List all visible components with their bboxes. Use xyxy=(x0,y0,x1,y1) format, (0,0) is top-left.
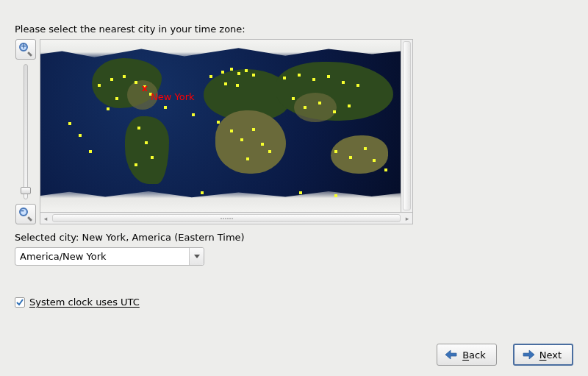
zoom-out-icon: – xyxy=(19,207,32,221)
zoom-slider[interactable] xyxy=(24,64,28,199)
zoom-in-icon: + xyxy=(19,43,32,56)
selected-city-marker: x xyxy=(142,84,148,93)
zoom-out-button[interactable]: – xyxy=(15,204,36,224)
map-frame: x New York ◂ ▸ xyxy=(40,39,413,224)
scrollbar-thumb[interactable] xyxy=(403,41,411,210)
chevron-down-icon[interactable] xyxy=(189,248,204,265)
timezone-combobox[interactable]: America/New York xyxy=(15,247,204,266)
arrow-right-icon xyxy=(522,350,535,360)
zoom-controls: + – xyxy=(15,39,37,224)
scrollbar-thumb[interactable] xyxy=(52,214,401,222)
map-section: + – xyxy=(15,39,573,224)
map-scrollbar-horizontal[interactable]: ◂ ▸ xyxy=(40,213,413,224)
map-scrollbar-vertical[interactable] xyxy=(401,39,413,213)
back-button-label: Back xyxy=(462,350,486,361)
selected-city-marker-label: New York xyxy=(151,91,195,102)
world-map[interactable]: x New York xyxy=(40,39,401,213)
utc-checkbox[interactable] xyxy=(15,297,25,308)
selected-city-prefix: Selected city: xyxy=(15,232,82,243)
check-icon xyxy=(16,299,24,306)
next-button-label: Next xyxy=(539,350,562,361)
timezone-prompt: Please select the nearest city in your t… xyxy=(15,24,573,35)
scroll-left-icon[interactable]: ◂ xyxy=(40,213,51,224)
utc-checkbox-label[interactable]: System clock uses UTC xyxy=(29,297,140,308)
selected-city-line: Selected city: New York, America (Easter… xyxy=(15,232,573,243)
selected-city-value: New York, America (Eastern Time) xyxy=(82,232,245,243)
back-button[interactable]: Back xyxy=(437,344,497,366)
wizard-buttons: Back Next xyxy=(437,344,573,366)
arrow-left-icon xyxy=(445,350,458,360)
next-button[interactable]: Next xyxy=(513,344,573,366)
zoom-in-button[interactable]: + xyxy=(15,39,36,60)
timezone-combobox-value: America/New York xyxy=(15,248,189,265)
zoom-slider-handle[interactable] xyxy=(21,187,31,194)
scroll-right-icon[interactable]: ▸ xyxy=(402,213,412,224)
